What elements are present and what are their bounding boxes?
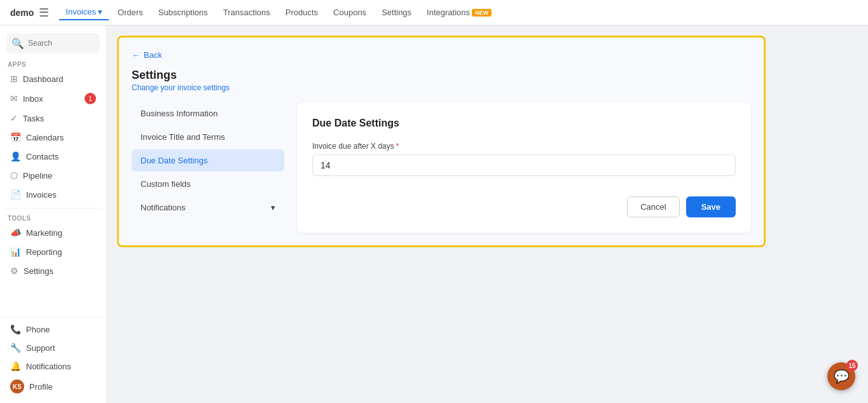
new-badge: NEW <box>472 9 492 17</box>
inbox-badge: 1 <box>85 93 96 104</box>
sidebar-item-support[interactable]: 🔧 Support <box>3 339 104 357</box>
save-button[interactable]: Save <box>686 196 736 217</box>
sidebar-item-label: Support <box>26 343 55 353</box>
nav-invoices[interactable]: Invoices ▾ <box>59 4 109 20</box>
nav-coupons[interactable]: Coupons <box>327 5 373 20</box>
sidebar-item-label: Settings <box>24 266 53 276</box>
settings-subtitle: Change your invoice settings <box>132 83 751 92</box>
apps-section-label: Apps <box>0 58 106 69</box>
hamburger-icon[interactable]: ☰ <box>39 6 49 20</box>
settings-content-panel: Due Date Settings Invoice due after X da… <box>297 102 751 233</box>
settings-header: Settings Change your invoice settings <box>132 69 751 92</box>
sidebar-item-label: Tasks <box>23 114 44 123</box>
sidebar-item-label: Pipeline <box>23 171 52 181</box>
marketing-icon: 📣 <box>10 228 21 238</box>
invoices-icon: 📄 <box>10 189 21 200</box>
sidebar-item-calendars[interactable]: 📅 Calendars <box>3 128 104 146</box>
nav-transactions[interactable]: Transactions <box>217 5 277 20</box>
sidebar-item-label: Invoices <box>26 190 57 200</box>
nav-links: Invoices ▾ Orders Subscriptions Transact… <box>59 4 498 20</box>
calendars-icon: 📅 <box>10 132 21 142</box>
sidebar-item-label: Phone <box>26 325 50 334</box>
menu-item-notifications[interactable]: Notifications ▾ <box>132 196 284 219</box>
sidebar-item-label: Dashboard <box>23 74 64 84</box>
sidebar-item-notifications[interactable]: 🔔 Notifications <box>3 357 104 375</box>
sidebar-item-reporting[interactable]: 📊 Reporting <box>3 243 104 261</box>
top-nav: demo ☰ Invoices ▾ Orders Subscriptions T… <box>0 0 868 25</box>
cancel-button[interactable]: Cancel <box>627 196 679 217</box>
inbox-icon: ✉ <box>10 93 18 104</box>
back-arrow-icon: ← <box>132 50 140 60</box>
sidebar-item-label: Notifications <box>26 362 71 371</box>
sidebar-item-label: Reporting <box>26 247 62 257</box>
support-icon: 🔧 <box>10 343 21 353</box>
main-layout: 🔍 ctrl K ⚡ Apps ⊞ Dashboard ✉ Inbox 1 ✓ … <box>0 25 868 403</box>
avatar: KS <box>10 379 24 393</box>
nav-orders[interactable]: Orders <box>111 5 149 20</box>
sidebar-item-dashboard[interactable]: ⊞ Dashboard <box>3 70 104 88</box>
sidebar-item-contacts[interactable]: 👤 Contacts <box>3 147 104 165</box>
settings-menu: Business Information Invoice Title and T… <box>132 102 284 233</box>
nav-subscriptions[interactable]: Subscriptions <box>152 5 214 20</box>
sidebar-item-pipeline[interactable]: ⬡ Pipeline <box>3 167 104 184</box>
chat-badge: 15 <box>846 360 858 371</box>
nav-products[interactable]: Products <box>279 5 324 20</box>
pipeline-icon: ⬡ <box>10 170 18 181</box>
due-days-input[interactable] <box>312 154 736 176</box>
dashboard-icon: ⊞ <box>10 74 18 84</box>
sidebar-item-phone[interactable]: 📞 Phone <box>3 320 104 338</box>
sidebar-item-label: Contacts <box>26 152 59 161</box>
sidebar-item-invoices[interactable]: 📄 Invoices <box>3 186 104 203</box>
sidebar-item-label: Inbox <box>23 94 43 104</box>
panel-title: Due Date Settings <box>312 118 736 129</box>
content-area: ← Back Settings Change your invoice sett… <box>107 25 868 403</box>
sidebar-item-label: Calendars <box>26 133 64 142</box>
sidebar-divider <box>5 208 101 208</box>
sidebar-item-label: Profile <box>29 382 53 392</box>
sidebar-item-settings[interactable]: ⚙ Settings <box>3 262 104 280</box>
chat-icon: 💬 <box>834 369 850 384</box>
nav-integrations[interactable]: Integrations NEW <box>420 5 498 20</box>
settings-body: Business Information Invoice Title and T… <box>132 102 751 233</box>
settings-panel: ← Back Settings Change your invoice sett… <box>117 36 766 247</box>
search-icon: 🔍 <box>11 38 24 50</box>
back-link[interactable]: ← Back <box>132 50 751 60</box>
sidebar-item-tasks[interactable]: ✓ Tasks <box>3 109 104 127</box>
tools-section-label: Tools <box>0 212 106 223</box>
required-marker: * <box>396 142 399 151</box>
sidebar-item-profile[interactable]: KS Profile <box>3 376 104 397</box>
sidebar-item-marketing[interactable]: 📣 Marketing <box>3 224 104 242</box>
menu-item-due-date[interactable]: Due Date Settings <box>132 149 284 172</box>
form-actions: Cancel Save <box>312 196 736 217</box>
sidebar-bottom: 📞 Phone 🔧 Support 🔔 Notifications KS Pro… <box>0 317 106 398</box>
reporting-icon: 📊 <box>10 247 21 257</box>
menu-item-invoice-title[interactable]: Invoice Title and Terms <box>132 126 284 148</box>
nav-settings[interactable]: Settings <box>375 5 418 20</box>
settings-icon: ⚙ <box>10 266 18 276</box>
arrow-annotation: ➜ <box>107 123 109 164</box>
field-label: Invoice due after X days * <box>312 142 736 151</box>
sidebar-item-inbox[interactable]: ✉ Inbox 1 <box>3 89 104 108</box>
search-input[interactable] <box>28 39 107 48</box>
search-bar: 🔍 ctrl K ⚡ <box>6 33 100 53</box>
contacts-icon: 👤 <box>10 151 21 161</box>
app-logo: demo <box>10 8 34 18</box>
sidebar: 🔍 ctrl K ⚡ Apps ⊞ Dashboard ✉ Inbox 1 ✓ … <box>0 25 107 403</box>
chevron-down-icon: ▾ <box>271 203 275 212</box>
menu-item-custom-fields[interactable]: Custom fields <box>132 173 284 195</box>
notification-icon: 🔔 <box>10 361 21 371</box>
annotation-wrapper: ← Back Settings Change your invoice sett… <box>117 36 858 247</box>
chat-widget[interactable]: 💬 15 <box>827 362 855 390</box>
settings-title: Settings <box>132 69 751 82</box>
sidebar-item-label: Marketing <box>26 228 62 238</box>
tasks-icon: ✓ <box>10 113 18 123</box>
menu-item-business-info[interactable]: Business Information <box>132 102 284 125</box>
phone-icon: 📞 <box>10 324 21 334</box>
